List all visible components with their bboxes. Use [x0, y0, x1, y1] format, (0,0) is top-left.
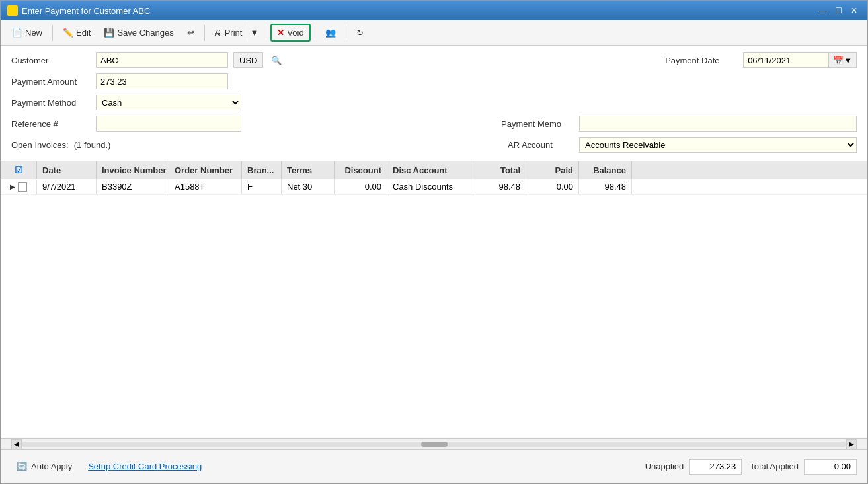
separator-1 [52, 25, 53, 41]
reference-row: Reference # Payment Memo [11, 116, 857, 132]
payment-memo-label: Payment Memo [501, 119, 574, 129]
users-button[interactable]: 👥 [319, 24, 342, 41]
open-invoices-row: Open Invoices: (1 found.) AR Account Acc… [11, 137, 857, 153]
search-button[interactable]: 🔍 [268, 54, 284, 67]
edit-button[interactable]: ✏️ Edit [57, 24, 97, 41]
payment-memo-input[interactable] [579, 116, 857, 132]
cell-order-value: A1588T [175, 182, 205, 192]
table-row[interactable]: ▶ 9/7/2021 B3390Z A1588T F [1, 179, 867, 195]
total-applied-label: Total Applied [750, 462, 799, 471]
print-label: Print [225, 28, 243, 38]
scroll-right-button[interactable]: ► [846, 439, 857, 450]
cell-branch-value: F [247, 182, 253, 192]
title-bar-controls: — ☐ ✕ [816, 4, 861, 17]
date-picker-button[interactable]: 📅▼ [829, 52, 857, 68]
col-branch[interactable]: Bran... [242, 161, 282, 179]
void-x-icon: ✕ [277, 28, 284, 38]
col-branch-label: Bran... [247, 165, 274, 175]
search-icon: 🔍 [271, 56, 282, 65]
unapplied-value: 273.23 [689, 459, 742, 475]
payment-date-label: Payment Date [665, 56, 738, 65]
scrollbar-track[interactable] [22, 442, 846, 447]
refresh-icon: ↻ [356, 28, 364, 38]
undo-button[interactable]: ↩ [181, 24, 200, 41]
scrollbar-thumb[interactable] [421, 442, 448, 447]
open-invoices-count: (1 found.) [74, 140, 111, 150]
cell-total-value: 98.48 [498, 182, 520, 192]
reference-label: Reference # [11, 119, 91, 129]
print-button[interactable]: 🖨 Print [209, 24, 247, 41]
auto-apply-icon: 🔄 [17, 462, 27, 471]
refresh-button[interactable]: ↻ [350, 24, 370, 41]
customer-row: Customer USD 🔍 Payment Date 📅▼ [11, 52, 857, 68]
print-group: 🖨 Print ▼ [209, 24, 262, 41]
col-terms-label: Terms [287, 165, 312, 175]
customer-input[interactable] [96, 52, 228, 68]
expand-arrow-icon[interactable]: ▶ [10, 183, 15, 190]
save-icon: 💾 [104, 28, 114, 38]
separator-5 [346, 25, 346, 41]
bottom-bar: 🔄 Auto Apply Setup Credit Card Processin… [1, 449, 867, 483]
edit-icon: ✏️ [63, 28, 73, 38]
payment-amount-input[interactable] [96, 73, 228, 89]
bottom-right: Unapplied 273.23 Total Applied 0.00 [645, 459, 857, 475]
setup-cc-label: Setup Credit Card Processing [88, 462, 202, 471]
col-disc-account-label: Disc Account [393, 165, 448, 175]
print-dropdown-button[interactable]: ▼ [247, 24, 262, 41]
col-balance[interactable]: Balance [579, 161, 632, 179]
currency-button[interactable]: USD [233, 52, 263, 68]
currency-value: USD [239, 56, 257, 65]
col-total-label: Total [500, 165, 520, 175]
customer-label: Customer [11, 56, 91, 65]
payment-method-row: Payment Method Cash Check Credit Card AC… [11, 95, 857, 110]
invoices-grid: ☑ Date Invoice Number Order Number Bran.… [1, 161, 867, 449]
void-button[interactable]: ✕ Void [270, 24, 310, 42]
title-bar: Enter Payment for Customer ABC — ☐ ✕ [1, 1, 867, 20]
col-discount-label: Discount [344, 165, 381, 175]
close-button[interactable]: ✕ [848, 4, 861, 17]
cell-expand-check[interactable]: ▶ [1, 180, 37, 194]
check-all-icon: ☑ [15, 165, 23, 175]
col-date[interactable]: Date [37, 161, 97, 179]
scroll-right-icon: ► [848, 439, 856, 449]
grid-header: ☑ Date Invoice Number Order Number Bran.… [1, 161, 867, 179]
cell-disc-account: Cash Discounts [387, 179, 473, 194]
col-terms[interactable]: Terms [282, 161, 335, 179]
calendar-icon: 📅▼ [833, 56, 852, 65]
window-title: Enter Payment for Customer ABC [22, 6, 150, 16]
new-button[interactable]: 📄 New [6, 24, 48, 41]
row-checkbox[interactable] [18, 182, 27, 192]
payment-method-select[interactable]: Cash Check Credit Card ACH [96, 95, 241, 110]
total-applied-value: 0.00 [804, 459, 857, 475]
col-paid[interactable]: Paid [526, 161, 579, 179]
horizontal-scrollbar[interactable]: ◄ ► [1, 438, 867, 449]
total-applied-amount: 0.00 [834, 462, 851, 471]
setup-cc-button[interactable]: Setup Credit Card Processing [77, 462, 212, 471]
separator-2 [204, 25, 205, 41]
auto-apply-button[interactable]: 🔄 Auto Apply [11, 459, 77, 474]
cell-paid-value: 0.00 [557, 182, 573, 192]
total-applied-group: Total Applied 0.00 [750, 459, 857, 475]
col-balance-label: Balance [593, 165, 626, 175]
minimize-button[interactable]: — [816, 4, 829, 17]
save-button[interactable]: 💾 Save Changes [98, 24, 179, 41]
form-section: Customer USD 🔍 Payment Date 📅▼ [1, 46, 867, 161]
unapplied-amount: 273.23 [710, 462, 736, 471]
col-discount[interactable]: Discount [335, 161, 387, 179]
payment-date-input[interactable] [743, 52, 829, 68]
col-order[interactable]: Order Number [169, 161, 242, 179]
col-order-label: Order Number [175, 165, 233, 175]
auto-apply-label: Auto Apply [31, 462, 72, 471]
print-dropdown-arrow-icon: ▼ [250, 28, 258, 38]
cell-terms-value: Net 30 [287, 182, 312, 192]
col-total[interactable]: Total [473, 161, 526, 179]
cell-discount: 0.00 [335, 179, 387, 194]
col-invoice[interactable]: Invoice Number [97, 161, 169, 179]
cell-balance-value: 98.48 [604, 182, 626, 192]
col-disc-account[interactable]: Disc Account [387, 161, 473, 179]
ar-account-select[interactable]: Accounts Receivable [579, 137, 857, 153]
maximize-button[interactable]: ☐ [832, 4, 845, 17]
reference-input[interactable] [96, 116, 241, 132]
scroll-left-button[interactable]: ◄ [11, 439, 22, 450]
new-label: New [25, 28, 42, 38]
